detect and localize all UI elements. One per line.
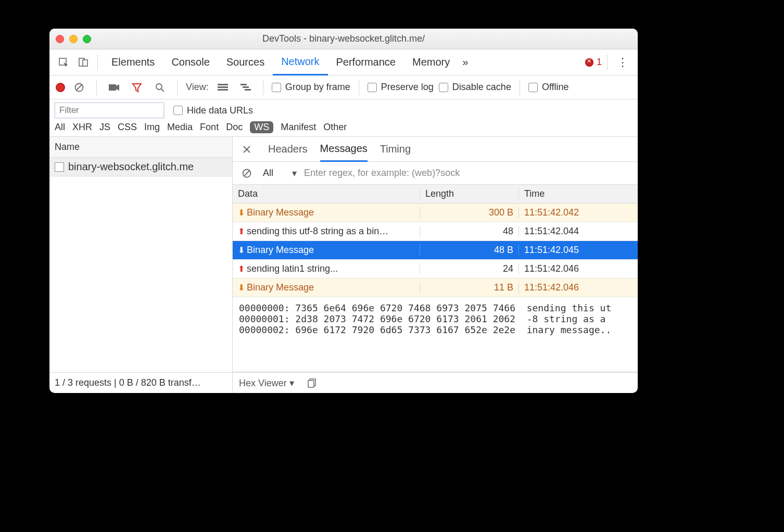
error-counter[interactable]: 1 xyxy=(585,57,602,68)
traffic-lights xyxy=(56,35,91,43)
network-toolbar: View: Group by frame Preserve log Disabl… xyxy=(49,75,638,99)
clear-messages-icon[interactable] xyxy=(238,164,256,182)
group-by-frame-checkbox[interactable]: Group by frame xyxy=(272,82,350,93)
filter-icon[interactable] xyxy=(128,79,146,96)
disable-cache-checkbox[interactable]: Disable cache xyxy=(439,82,511,93)
col-time[interactable]: Time xyxy=(519,188,638,199)
close-button[interactable] xyxy=(56,35,64,43)
type-media[interactable]: Media xyxy=(167,122,193,133)
message-time: 11:51:42.046 xyxy=(519,282,638,293)
tab-overflow[interactable]: » xyxy=(458,49,472,75)
tab-console[interactable]: Console xyxy=(163,49,218,75)
type-xhr[interactable]: XHR xyxy=(72,122,92,133)
clear-icon[interactable] xyxy=(70,79,88,96)
message-length: 300 B xyxy=(420,207,519,218)
camera-icon[interactable] xyxy=(105,79,123,96)
message-data: Binary Message xyxy=(247,282,314,293)
svg-rect-9 xyxy=(218,86,228,88)
request-name: binary-websocket.glitch.me xyxy=(68,161,194,173)
svg-line-17 xyxy=(244,171,249,176)
large-rows-icon[interactable] xyxy=(214,79,232,96)
tab-headers[interactable]: Headers xyxy=(268,137,308,161)
type-doc[interactable]: Doc xyxy=(226,122,243,133)
separator xyxy=(263,80,263,95)
svg-line-7 xyxy=(161,89,164,92)
type-css[interactable]: CSS xyxy=(118,122,137,133)
message-row[interactable]: ⬆sending latin1 string...2411:51:42.046 xyxy=(233,260,638,278)
col-data[interactable]: Data xyxy=(233,188,420,199)
titlebar: DevTools - binary-websocket.glitch.me/ xyxy=(49,29,638,49)
more-menu-icon[interactable]: ⋮ xyxy=(613,56,633,69)
type-ws[interactable]: WS xyxy=(250,121,273,133)
type-js[interactable]: JS xyxy=(99,122,110,133)
message-data: sending latin1 string... xyxy=(247,263,338,274)
panel-tabstrip: Elements Console Sources Network Perform… xyxy=(49,49,638,75)
col-length[interactable]: Length xyxy=(420,188,519,199)
svg-rect-8 xyxy=(218,84,228,85)
arrow-down-icon: ⬇ xyxy=(238,245,245,255)
message-type-dropdown[interactable]: All ▾ xyxy=(263,168,297,179)
message-length: 48 B xyxy=(420,245,519,256)
svg-rect-5 xyxy=(109,84,116,91)
message-data: Binary Message xyxy=(247,245,314,256)
tab-memory[interactable]: Memory xyxy=(404,49,458,75)
type-font[interactable]: Font xyxy=(200,122,219,133)
name-column-header[interactable]: Name xyxy=(49,137,232,158)
svg-rect-19 xyxy=(308,381,314,387)
message-row[interactable]: ⬇Binary Message300 B11:51:42.042 xyxy=(233,204,638,222)
search-icon[interactable] xyxy=(151,79,169,96)
svg-rect-13 xyxy=(245,89,251,91)
messages-table-header: Data Length Time xyxy=(233,185,638,204)
separator xyxy=(96,80,97,95)
tab-messages[interactable]: Messages xyxy=(320,137,368,162)
copy-icon[interactable] xyxy=(304,374,321,392)
messages-table-body: ⬇Binary Message300 B11:51:42.042⬆sending… xyxy=(233,204,638,297)
tab-performance[interactable]: Performance xyxy=(328,49,404,75)
record-button[interactable] xyxy=(56,83,65,92)
regex-input[interactable] xyxy=(304,168,633,179)
separator xyxy=(177,80,178,95)
message-data: Binary Message xyxy=(247,207,314,218)
svg-line-4 xyxy=(77,85,82,90)
type-img[interactable]: Img xyxy=(144,122,160,133)
detail-tabs: Headers Messages Timing xyxy=(233,137,638,162)
tab-timing[interactable]: Timing xyxy=(380,137,411,161)
message-row[interactable]: ⬇Binary Message11 B11:51:42.046 xyxy=(233,278,638,297)
message-row[interactable]: ⬇Binary Message48 B11:51:42.045 xyxy=(233,241,638,260)
message-length: 48 xyxy=(420,226,519,237)
filter-bar: Hide data URLs All XHR JS CSS Img Media … xyxy=(49,99,638,137)
svg-rect-10 xyxy=(218,89,228,91)
main-split: Name binary-websocket.glitch.me 1 / 3 re… xyxy=(49,137,638,393)
device-mode-icon[interactable] xyxy=(74,54,92,71)
request-row[interactable]: binary-websocket.glitch.me xyxy=(49,158,232,176)
tab-elements[interactable]: Elements xyxy=(103,49,163,75)
arrow-down-icon: ⬇ xyxy=(238,283,245,293)
close-detail-icon[interactable] xyxy=(238,141,256,158)
minimize-button[interactable] xyxy=(69,35,78,43)
inspect-icon[interactable] xyxy=(55,54,72,71)
request-list: Name binary-websocket.glitch.me 1 / 3 re… xyxy=(49,137,233,393)
type-other[interactable]: Other xyxy=(323,122,347,133)
devtools-window: DevTools - binary-websocket.glitch.me/ E… xyxy=(49,29,638,393)
tab-sources[interactable]: Sources xyxy=(218,49,273,75)
zoom-button[interactable] xyxy=(83,35,91,43)
filter-input[interactable] xyxy=(55,103,164,118)
hex-viewer-dropdown[interactable]: Hex Viewer ▾ xyxy=(239,377,294,389)
waterfall-icon[interactable] xyxy=(237,79,255,96)
offline-checkbox[interactable]: Offline xyxy=(528,82,569,93)
tab-network[interactable]: Network xyxy=(273,50,327,75)
type-manifest[interactable]: Manifest xyxy=(281,122,316,133)
message-time: 11:51:42.045 xyxy=(519,245,638,256)
preserve-log-checkbox[interactable]: Preserve log xyxy=(368,82,434,93)
type-all[interactable]: All xyxy=(55,122,65,133)
arrow-up-icon: ⬆ xyxy=(238,226,245,236)
separator xyxy=(520,80,520,95)
detail-footer: Hex Viewer ▾ xyxy=(233,372,638,393)
view-label: View: xyxy=(186,82,209,93)
svg-rect-12 xyxy=(243,86,249,88)
error-count: 1 xyxy=(597,57,602,68)
hide-data-urls-checkbox[interactable]: Hide data URLs xyxy=(173,105,253,116)
separator xyxy=(97,55,98,70)
message-row[interactable]: ⬆sending this utf-8 string as a bin…4811… xyxy=(233,222,638,241)
ws-icon xyxy=(55,162,64,172)
